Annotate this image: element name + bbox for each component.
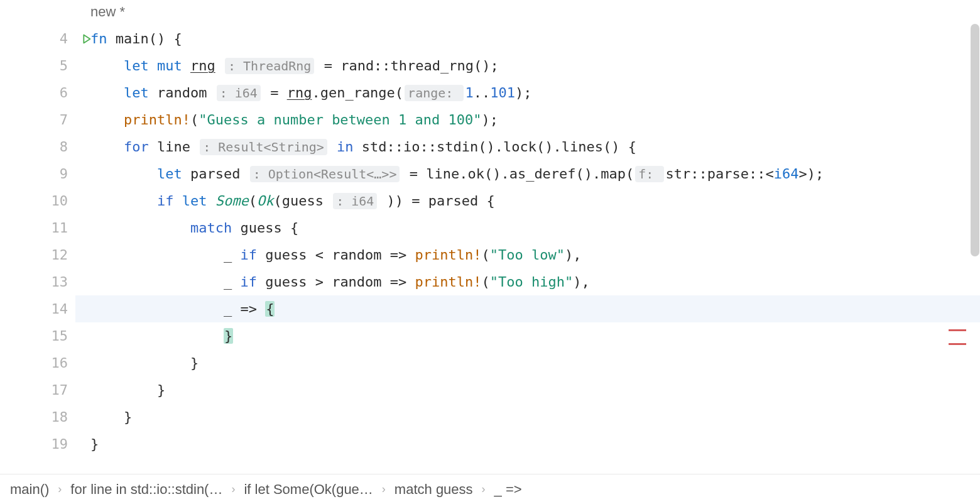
gutter-row[interactable]: 5 [0,52,75,79]
code-line[interactable]: if let Some(Ok(guess : i64 )) = parsed { [90,187,980,214]
gutter-row[interactable]: 16 [0,349,75,376]
code-line[interactable]: match guess { [90,214,980,241]
gutter-row[interactable]: 7 [0,106,75,133]
code-line[interactable]: let mut rng : ThreadRng = rand::thread_r… [90,52,980,79]
token-plain: guess > random => [265,274,415,290]
chevron-right-icon: › [382,483,386,496]
code-line[interactable]: fn main() { [90,25,980,52]
token-plain: } [124,409,132,425]
token-kw-ctrl: in [337,139,362,155]
token-plain: ), [565,247,582,263]
code-line[interactable]: let parsed : Option<Result<…>> = line.ok… [90,160,980,187]
gutter-row[interactable]: 6 [0,79,75,106]
gutter-row[interactable]: 15 [0,322,75,349]
line-number: 7 [60,112,68,128]
chevron-right-icon: › [58,483,62,496]
gutter-row[interactable]: 12 [0,241,75,268]
code-line[interactable]: _ => { [75,295,980,322]
token-plain: line [157,139,199,155]
breadcrumb-item[interactable]: if let Some(Ok(gue… [244,481,373,498]
gutter-row[interactable]: 9 [0,160,75,187]
breadcrumb[interactable]: main()›for line in std::io::stdin(…›if l… [0,474,980,504]
token-plain: parsed [190,166,249,182]
token-plain: _ [224,247,241,263]
token-paren: () { [149,31,182,47]
code-line[interactable]: for line : Result<String> in std::io::st… [90,133,980,160]
token-kw-ctrl: if [240,247,265,263]
code-line[interactable]: _ if guess > random => println!("Too hig… [90,268,980,295]
token-plain: ( [482,247,490,263]
line-number: 6 [60,85,68,101]
token-plain: ( [190,112,199,128]
token-kw: let [124,58,157,74]
breadcrumb-item[interactable]: for line in std::io::stdin(… [70,481,222,498]
gutter-row[interactable]: 11 [0,214,75,241]
token-plain: = [262,85,287,101]
vertical-scrollbar[interactable] [971,24,979,256]
token-plain: = rand::thread_rng(); [315,58,498,74]
breadcrumb-item[interactable]: main() [10,481,49,498]
line-number: 17 [52,382,68,398]
code-line[interactable]: } [90,430,980,457]
gutter-row[interactable]: 4 [0,25,75,52]
chevron-right-icon: › [482,483,486,496]
token-plain: } [157,382,165,398]
line-number: 10 [52,193,68,209]
token-kw: fn [90,31,116,47]
gutter-row[interactable]: 17 [0,376,75,403]
token-plain: .gen_range( [312,85,403,101]
gutter-row[interactable]: 18 [0,403,75,430]
breadcrumb-item[interactable]: match guess [395,481,473,498]
token-plain: ( [249,193,257,209]
code-content[interactable]: fn main() { let mut rng : ThreadRng = ra… [75,24,980,474]
code-line[interactable]: } [90,349,980,376]
error-marker[interactable] [949,329,966,331]
token-plain: ); [515,85,532,101]
token-macro: println! [415,274,482,290]
gutter-row[interactable]: 8 [0,133,75,160]
token-plain: _ => [224,301,265,317]
token-plain: ); [482,112,499,128]
code-line[interactable]: let random : i64 = rng.gen_range(range: … [90,79,980,106]
line-number: 18 [52,409,68,425]
error-marker[interactable] [949,343,966,345]
gutter-row[interactable]: 19 [0,430,75,457]
token-hint: : i64 [217,85,261,101]
gutter-row[interactable]: 14 [0,295,75,322]
code-line[interactable]: } [90,403,980,430]
gutter-row[interactable]: 13 [0,268,75,295]
token-plain: guess { [240,220,298,236]
token-plain: } [190,355,199,371]
token-underline: rng [287,85,312,101]
code-line[interactable]: println!("Guess a number between 1 and 1… [90,106,980,133]
token-plain: ), [573,274,590,290]
line-number: 8 [60,139,68,155]
token-type: Ok [257,193,274,209]
code-line[interactable]: } [90,322,980,349]
token-kw: let [182,193,215,209]
editor-area[interactable]: 45678910111213141516171819 fn main() { l… [0,24,980,474]
breadcrumb-item[interactable]: _ => [494,481,522,498]
token-fn-name: main [116,31,149,47]
token-plain: >); [798,166,824,182]
gutter-row[interactable]: 10 [0,187,75,214]
token-plain: .. [474,85,491,101]
gutter[interactable]: 45678910111213141516171819 [0,24,75,474]
token-plain: ( [482,274,490,290]
token-plain: } [90,436,99,452]
token-bracket-match: { [265,301,275,317]
line-number: 9 [60,166,68,182]
tab-bar: new * [0,0,980,24]
token-underline: rng [190,58,215,74]
line-number: 5 [60,58,68,74]
token-hint: f: [635,166,664,182]
token-kw: i64 [774,166,799,182]
token-kw-ctrl: if [157,193,182,209]
token-kw-ctrl: for [124,139,157,155]
code-line[interactable]: _ if guess < random => println!("Too low… [90,241,980,268]
token-plain: )) = parsed { [378,193,494,209]
token-hint: : ThreadRng [225,58,314,74]
token-macro: println! [415,247,482,263]
code-line[interactable]: } [90,376,980,403]
tab-title[interactable]: new * [90,4,125,20]
